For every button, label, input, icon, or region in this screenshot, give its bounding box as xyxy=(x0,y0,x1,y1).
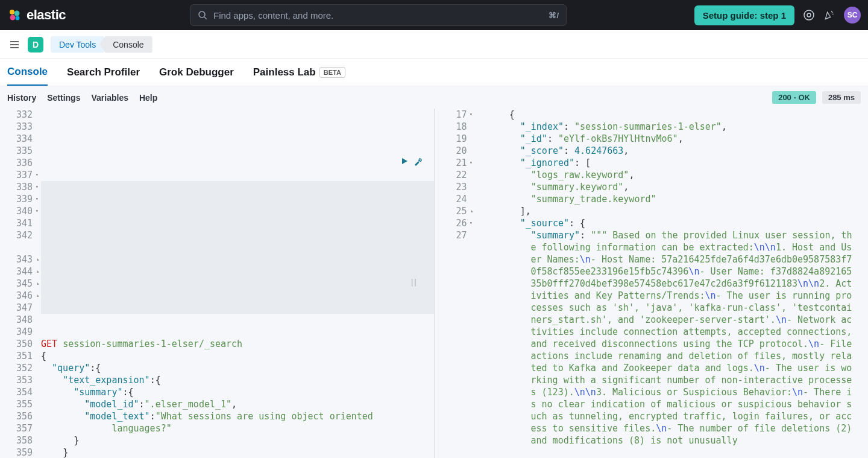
request-pane[interactable]: 3323333343353363373383393403413423433443… xyxy=(0,109,435,458)
toolbar-help[interactable]: Help xyxy=(139,93,157,103)
svg-point-3 xyxy=(16,16,20,21)
pane-divider[interactable]: || xyxy=(410,276,416,288)
elastic-logo[interactable]: elastic xyxy=(7,7,66,23)
search-icon xyxy=(198,10,207,20)
tools-nav: Console Search Profiler Grok Debugger Pa… xyxy=(0,59,868,86)
tab-painless-lab[interactable]: Painless Lab BETA xyxy=(253,59,345,86)
svg-point-5 xyxy=(804,10,814,20)
request-actions xyxy=(400,157,423,167)
space-badge[interactable]: D xyxy=(28,37,43,52)
sub-header: D Dev Tools Console xyxy=(0,30,868,59)
circle-icon[interactable] xyxy=(803,9,815,21)
svg-point-1 xyxy=(14,11,20,16)
request-code[interactable]: GET session-summaries-1-elser/_search{ "… xyxy=(37,109,434,458)
play-icon[interactable] xyxy=(400,157,409,165)
toolbar-variables[interactable]: Variables xyxy=(91,93,128,103)
toolbar-history[interactable]: History xyxy=(7,93,36,103)
global-search[interactable]: Find apps, content, and more. ⌘/ xyxy=(190,4,567,26)
tab-console[interactable]: Console xyxy=(7,59,48,86)
svg-point-6 xyxy=(807,13,811,17)
setup-guide-button[interactable]: Setup guide: step 1 xyxy=(694,5,794,25)
svg-point-0 xyxy=(10,10,14,14)
svg-point-4 xyxy=(199,11,205,17)
editor-area: 3323333343353363373383393403413423433443… xyxy=(0,109,868,458)
cheer-icon[interactable] xyxy=(823,9,835,21)
menu-icon[interactable] xyxy=(8,39,20,51)
elastic-logo-icon xyxy=(7,8,22,22)
tab-grok-debugger[interactable]: Grok Debugger xyxy=(159,59,234,86)
user-avatar[interactable]: SC xyxy=(844,7,861,24)
response-pane[interactable]: 1718192021222324252627 { "_index": "sess… xyxy=(435,109,869,458)
breadcrumb-console[interactable]: Console xyxy=(99,36,152,53)
console-toolbar: History Settings Variables Help 200 - OK… xyxy=(0,86,868,109)
status-badge: 200 - OK xyxy=(772,91,816,104)
search-placeholder: Find apps, content, and more. xyxy=(213,10,542,21)
response-gutter: 1718192021222324252627 xyxy=(435,109,472,458)
header-right: Setup guide: step 1 SC xyxy=(694,5,861,25)
logo-text: elastic xyxy=(27,7,66,23)
time-badge: 285 ms xyxy=(822,91,861,104)
beta-badge: BETA xyxy=(319,67,345,78)
wrench-icon[interactable] xyxy=(414,157,423,167)
svg-point-2 xyxy=(10,15,16,21)
toolbar-settings[interactable]: Settings xyxy=(47,93,80,103)
search-kbd: ⌘/ xyxy=(549,11,559,20)
tab-search-profiler[interactable]: Search Profiler xyxy=(67,59,140,86)
top-header: elastic Find apps, content, and more. ⌘/… xyxy=(0,0,868,30)
request-gutter: 3323333343353363373383393403413423433443… xyxy=(0,109,37,458)
response-code[interactable]: { "_index": "session-summaries-1-elser",… xyxy=(472,109,869,458)
